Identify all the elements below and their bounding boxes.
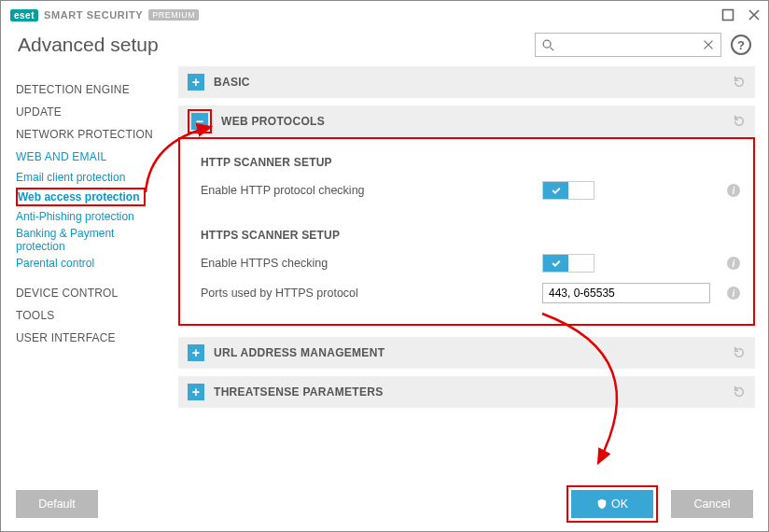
titlebar: eset SMART SECURITY PREMIUM bbox=[1, 1, 768, 27]
svg-point-1 bbox=[543, 40, 551, 48]
content-area: + BASIC − WEB PROTOCOLS HTTP SCANNER SET… bbox=[178, 66, 768, 471]
sidebar-item-update[interactable]: UPDATE bbox=[16, 105, 178, 119]
https-scanner-heading: HTTPS SCANNER SETUP bbox=[201, 229, 740, 242]
sidebar-sub-anti-phishing[interactable]: Anti-Phishing protection bbox=[16, 210, 178, 223]
annotation-highlight-web-access: Web access protection bbox=[16, 188, 146, 206]
reset-web-protocols-icon[interactable] bbox=[733, 115, 746, 128]
annotation-highlight-ok: OK bbox=[566, 485, 658, 523]
sidebar-sub-email-client-protection[interactable]: Email client protection bbox=[16, 171, 178, 184]
brand-name: SMART SECURITY bbox=[44, 9, 143, 21]
annotation-highlight-collapse: − bbox=[188, 109, 212, 133]
sidebar-item-detection-engine[interactable]: DETECTION ENGINE bbox=[16, 83, 178, 96]
close-icon[interactable] bbox=[748, 8, 761, 21]
brand-logo: eset bbox=[10, 9, 38, 21]
info-http-icon[interactable]: i bbox=[727, 184, 740, 197]
reset-threatsense-icon[interactable] bbox=[733, 385, 746, 399]
maximize-icon[interactable] bbox=[721, 8, 734, 21]
svg-rect-0 bbox=[723, 10, 734, 21]
help-icon[interactable]: ? bbox=[731, 35, 751, 55]
panel-threatsense[interactable]: + THREATSENSE PARAMETERS bbox=[178, 376, 755, 408]
sidebar-item-user-interface[interactable]: USER INTERFACE bbox=[16, 331, 178, 344]
sidebar-item-device-control[interactable]: DEVICE CONTROL bbox=[16, 287, 178, 300]
https-ports-label: Ports used by HTTPS protocol bbox=[201, 287, 542, 300]
sidebar-item-tools[interactable]: TOOLS bbox=[16, 309, 178, 322]
panel-url-address-management[interactable]: + URL ADDRESS MANAGEMENT bbox=[178, 337, 755, 369]
panel-url-mgmt-label: URL ADDRESS MANAGEMENT bbox=[214, 346, 384, 359]
enable-https-label: Enable HTTPS checking bbox=[201, 257, 542, 270]
info-https-icon[interactable]: i bbox=[727, 257, 740, 270]
web-protocols-body: HTTP SCANNER SETUP Enable HTTP protocol … bbox=[178, 137, 755, 326]
info-https-ports-icon[interactable]: i bbox=[727, 287, 740, 300]
expand-basic-icon[interactable]: + bbox=[188, 74, 204, 91]
panel-basic-label: BASIC bbox=[214, 76, 250, 89]
advanced-setup-window: eset SMART SECURITY PREMIUM Advanced set… bbox=[0, 0, 769, 532]
check-icon bbox=[551, 185, 562, 196]
expand-threatsense-icon[interactable]: + bbox=[188, 384, 204, 400]
expand-url-mgmt-icon[interactable]: + bbox=[188, 344, 204, 361]
brand-block: eset SMART SECURITY PREMIUM bbox=[10, 9, 199, 21]
header-row: Advanced setup ? bbox=[1, 27, 768, 66]
panel-web-protocols[interactable]: − WEB PROTOCOLS bbox=[178, 105, 755, 137]
https-ports-input[interactable] bbox=[542, 283, 710, 303]
collapse-web-protocols-icon[interactable]: − bbox=[191, 113, 208, 130]
brand-badge: PREMIUM bbox=[148, 9, 199, 21]
check-icon bbox=[551, 258, 562, 269]
search-box[interactable] bbox=[535, 33, 721, 57]
search-icon bbox=[541, 38, 554, 51]
panel-threatsense-label: THREATSENSE PARAMETERS bbox=[214, 385, 384, 399]
sidebar-sub-web-access-protection[interactable]: Web access protection bbox=[18, 190, 140, 203]
footer: Default OK Cancel bbox=[1, 477, 768, 531]
sidebar-sub-banking-payment[interactable]: Banking & Payment protection bbox=[16, 227, 137, 253]
sidebar: DETECTION ENGINE UPDATE NETWORK PROTECTI… bbox=[1, 66, 178, 471]
sidebar-sub-parental-control[interactable]: Parental control bbox=[16, 257, 178, 270]
panel-web-protocols-label: WEB PROTOCOLS bbox=[221, 115, 325, 128]
enable-https-toggle[interactable] bbox=[542, 254, 594, 273]
shield-icon bbox=[596, 498, 608, 510]
sidebar-item-web-and-email[interactable]: WEB AND EMAIL bbox=[16, 150, 178, 163]
cancel-button[interactable]: Cancel bbox=[671, 490, 753, 518]
panel-basic[interactable]: + BASIC bbox=[178, 66, 755, 98]
sidebar-item-network-protection[interactable]: NETWORK PROTECTION bbox=[16, 128, 178, 141]
ok-button-label: OK bbox=[611, 497, 628, 511]
default-button[interactable]: Default bbox=[16, 490, 98, 518]
page-title: Advanced setup bbox=[18, 34, 159, 56]
search-input[interactable] bbox=[554, 38, 702, 51]
ok-button[interactable]: OK bbox=[571, 490, 653, 518]
enable-http-toggle[interactable] bbox=[542, 181, 594, 200]
reset-url-mgmt-icon[interactable] bbox=[733, 346, 746, 359]
http-scanner-heading: HTTP SCANNER SETUP bbox=[201, 156, 740, 169]
enable-http-label: Enable HTTP protocol checking bbox=[201, 184, 542, 197]
reset-basic-icon[interactable] bbox=[733, 76, 746, 89]
clear-search-icon[interactable] bbox=[702, 38, 715, 51]
